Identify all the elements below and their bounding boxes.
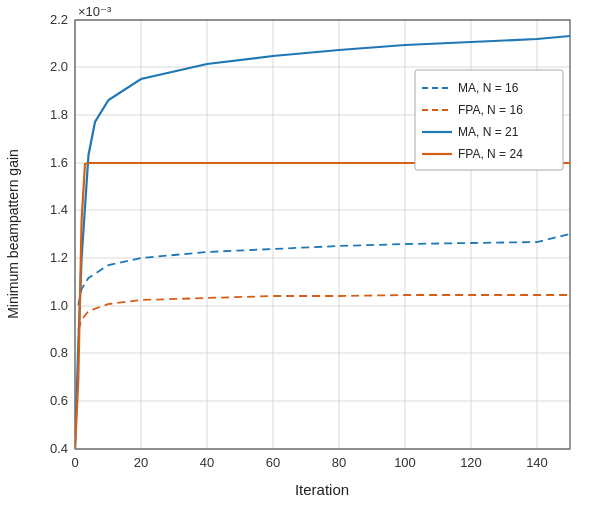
svg-text:MA, N = 16: MA, N = 16 <box>458 81 519 95</box>
y-tick-22: 2.2 <box>50 12 68 27</box>
y-tick-04: 0.4 <box>50 441 68 456</box>
y-tick-12: 1.2 <box>50 250 68 265</box>
svg-text:FPA, N = 24: FPA, N = 24 <box>458 147 523 161</box>
y-tick-14: 1.4 <box>50 202 68 217</box>
svg-text:MA, N = 21: MA, N = 21 <box>458 125 519 139</box>
x-tick-100: 100 <box>394 455 416 470</box>
y-tick-16: 1.6 <box>50 155 68 170</box>
x-tick-0: 0 <box>71 455 78 470</box>
x-tick-80: 80 <box>332 455 346 470</box>
x-axis-label: Iteration <box>295 481 349 498</box>
y-axis-label: Minimum beampattern gain <box>5 149 21 319</box>
y-tick-08: 0.8 <box>50 345 68 360</box>
chart-container: 0.4 0.6 0.8 1.0 1.2 1.4 1.6 1.8 2.0 2.2 … <box>0 0 590 514</box>
x-tick-140: 140 <box>526 455 548 470</box>
y-tick-10: 1.0 <box>50 298 68 313</box>
svg-text:FPA, N = 16: FPA, N = 16 <box>458 103 523 117</box>
y-tick-20: 2.0 <box>50 59 68 74</box>
y-tick-18: 1.8 <box>50 107 68 122</box>
x-tick-60: 60 <box>266 455 280 470</box>
x-tick-120: 120 <box>460 455 482 470</box>
y-tick-06: 0.6 <box>50 393 68 408</box>
x-tick-40: 40 <box>200 455 214 470</box>
y-axis-sci-notation: ×10⁻³ <box>78 4 112 19</box>
line-chart: 0.4 0.6 0.8 1.0 1.2 1.4 1.6 1.8 2.0 2.2 … <box>0 0 590 514</box>
x-tick-20: 20 <box>134 455 148 470</box>
